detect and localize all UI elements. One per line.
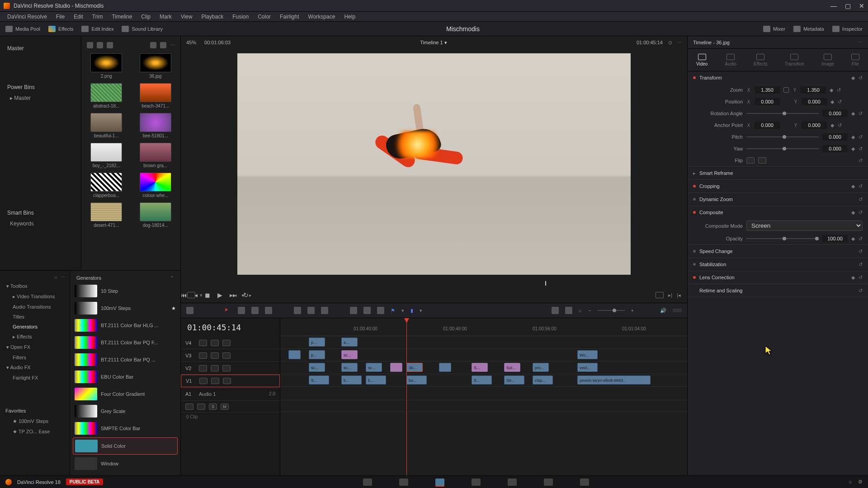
fx-tree-titles[interactable]: Titles [0,312,70,322]
flag-icon[interactable]: ⚑ [391,308,395,314]
more-icon[interactable]: ⋯ [170,42,175,48]
fx-more-icon[interactable]: ⋯ [61,274,66,280]
fx-toolbox[interactable]: ▾ Toolbox [0,281,70,291]
rotation-input[interactable]: 0.000 [822,110,848,117]
timeline-clip[interactable]: Str... [504,375,524,385]
scrub-bar[interactable] [181,279,687,287]
lens-correction-header[interactable]: Lens Correction◆↺ [688,271,868,284]
track-visible-icon[interactable] [222,352,231,359]
inspector-more-icon[interactable]: ⋯ [858,39,863,45]
media-pool-toggle[interactable]: Media Pool [5,26,40,32]
media-page-icon[interactable] [363,479,372,486]
media-thumb[interactable]: brown gra... [134,143,177,168]
menu-file[interactable]: File [52,13,68,21]
menu-workspace[interactable]: Workspace [305,13,339,21]
search-icon[interactable] [150,42,156,48]
fx-openfx[interactable]: ▾ Open FX [0,342,70,352]
media-thumb[interactable]: abstract-18... [85,83,128,108]
generator-item[interactable]: BT.2111 Color Bar HLG ... [73,317,178,333]
timeline-clip[interactable]: sc... [366,363,382,372]
speed-change-header[interactable]: Speed Change↺ [688,245,868,258]
solo-button[interactable]: S [209,404,217,410]
track-lock-icon[interactable] [199,352,207,359]
timeline-clip[interactable]: bo... [406,375,427,385]
track-lane-V2[interactable]: sc...sc...sc...36...S...Sol...pro...vect… [280,361,687,374]
inspector-tab-transition[interactable]: Transition [785,54,805,66]
selection-tool-icon[interactable]: ➤ [224,307,231,314]
anchor-y-input[interactable]: 0.000 [802,122,827,129]
timeline-clip[interactable]: S... [472,375,492,385]
maximize-button[interactable]: ▢ [845,2,851,9]
track-lane-V4[interactable]: p...a... [280,336,687,349]
view-detail-icon[interactable] [107,42,113,48]
trim-tool-icon[interactable] [238,307,245,314]
bin-master[interactable]: Master [4,42,77,54]
viewer[interactable] [181,49,687,279]
viewer-mode-icon[interactable] [187,292,195,298]
timeline-view-icon[interactable] [186,307,193,314]
fx-audiofx[interactable]: ▾ Audio FX [0,362,70,373]
fx-tree-effects[interactable]: ▸ Effects [0,332,70,342]
color-page-icon[interactable] [508,479,517,486]
generator-item[interactable]: SMPTE Color Bar [73,420,178,436]
sound-library-toggle[interactable]: Sound Library [122,26,163,32]
zoom-out-icon[interactable]: − [588,308,591,313]
timeline-clip[interactable]: Wo... [577,350,598,359]
minimize-button[interactable]: — [830,2,837,9]
close-button[interactable]: ✕ [859,2,864,9]
track-enable-icon[interactable] [211,352,219,359]
track-header-V4[interactable]: V4 [181,337,280,349]
volume-icon[interactable]: 🔊 [660,308,666,314]
timeline-clip[interactable]: 36... [406,363,423,372]
media-thumb[interactable]: beautiful-1... [85,113,128,138]
fx-tree-generators[interactable]: Generators [0,322,70,332]
view-grid-icon[interactable] [97,42,103,48]
menu-trim[interactable]: Trim [89,13,107,21]
generator-item[interactable]: BT.2111 Color Bar PQ ... [73,352,178,368]
generator-item[interactable]: 10 Step [73,283,178,299]
pitch-slider[interactable] [746,136,819,137]
menu-help[interactable]: Help [340,13,359,21]
yaw-slider[interactable] [746,148,819,149]
opacity-slider[interactable] [746,238,819,239]
timeline-ruler[interactable]: 01:00:40:0001:00:48:0001:00:56:0001:01:0… [280,318,687,336]
track-header-V2[interactable]: V2 [181,362,280,375]
fx-search-icon[interactable]: ⌕ [54,274,57,280]
marker-nav-icon[interactable]: ● [241,292,245,298]
menu-davinci-resolve[interactable]: DaVinci Resolve [4,13,51,21]
track-visible-icon[interactable] [222,340,231,346]
track-header-V1[interactable]: V1 [181,375,280,387]
audio-lane[interactable] [280,387,687,400]
media-thumb[interactable]: dog-18014... [134,202,177,228]
anchor-x-input[interactable]: 0.000 [755,122,780,129]
link-icon[interactable] [363,307,371,314]
insert-clip-icon[interactable] [294,307,301,314]
timeline-clip[interactable]: S... [309,375,329,385]
zoom-in-icon[interactable]: + [631,308,634,313]
audio-enable-icon[interactable] [197,404,205,410]
track-lock-icon[interactable] [199,365,207,371]
yaw-input[interactable]: 0.000 [822,145,848,152]
menu-color[interactable]: Color [254,13,274,21]
inspector-tab-file[interactable]: File [851,54,859,66]
transform-header[interactable]: Transform◆↺ [688,71,868,84]
fairlight-page-icon[interactable] [544,479,553,486]
track-enable-icon[interactable] [211,365,219,371]
home-icon[interactable]: ⌂ [849,479,852,485]
prev-edit-icon[interactable]: ◂ [234,292,237,298]
media-thumb[interactable]: beach-3471... [134,83,177,108]
generator-item[interactable]: Window [73,455,178,472]
timeline-clip[interactable]: clap... [533,375,553,385]
media-thumb[interactable]: desert-471... [85,202,128,228]
timeline-clip[interactable]: sc... [341,363,358,372]
overwrite-clip-icon[interactable] [307,307,315,314]
track-lane-V1[interactable]: S...b...b...bo...S...Str...clap...pexels… [280,374,687,387]
metadata-toggle[interactable]: Metadata [793,26,824,32]
menu-playback[interactable]: Playback [198,13,227,21]
timeline-clip[interactable]: a... [341,338,358,347]
opacity-input[interactable]: 100.00 [822,235,848,242]
lock-icon[interactable] [377,307,384,314]
zoom-detail-icon[interactable] [565,307,572,314]
viewer-mode-dropdown[interactable]: ▾ [200,292,203,298]
view-list-icon[interactable] [87,42,93,48]
